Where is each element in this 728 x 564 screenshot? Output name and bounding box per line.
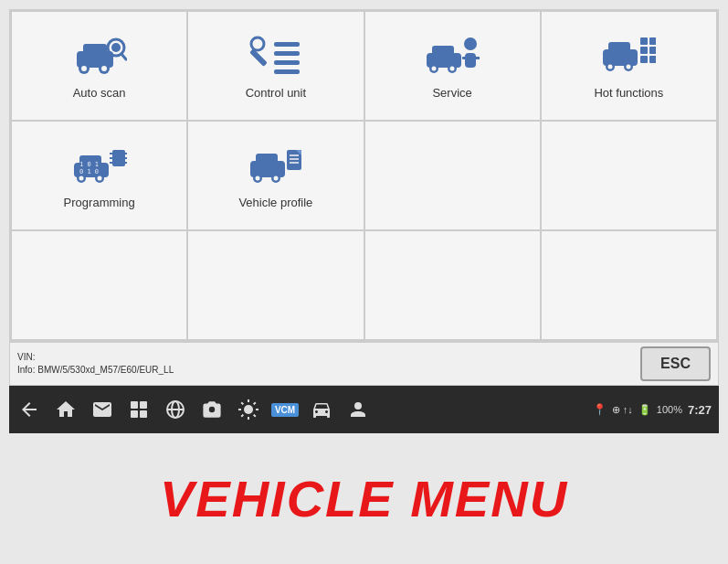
vehicle-profile-label: Vehicle profile (238, 196, 312, 209)
svg-rect-53 (256, 154, 278, 165)
cell-auto-scan[interactable]: Auto scan (11, 11, 187, 121)
vin-info: VIN: Info: BMW/5/530xd_M57/E60/EUR_LL (17, 351, 174, 377)
car-icon[interactable] (309, 397, 334, 422)
svg-point-21 (464, 37, 477, 50)
auto-scan-label: Auto scan (73, 86, 126, 100)
svg-rect-64 (140, 401, 147, 409)
menu-grid: Auto scan Control unit (11, 11, 717, 340)
hot-functions-icon (601, 33, 656, 79)
svg-rect-34 (649, 47, 656, 54)
cell-empty-2 (541, 121, 717, 230)
svg-rect-63 (131, 401, 138, 409)
programming-icon: 1 0 1 0 1 0 (72, 143, 127, 188)
svg-rect-32 (649, 37, 656, 45)
wifi-icon: ⊕ ↑↓ (612, 404, 633, 416)
svg-point-18 (432, 66, 437, 70)
cell-empty-3 (11, 230, 187, 340)
svg-point-30 (627, 64, 631, 69)
window-icon[interactable] (126, 397, 152, 422)
svg-rect-24 (475, 57, 480, 59)
battery-level: 100% (657, 404, 682, 415)
esc-button[interactable]: ESC (640, 346, 711, 381)
hot-functions-label: Hot functions (594, 86, 663, 100)
svg-rect-66 (140, 410, 147, 418)
cell-empty-4 (187, 230, 364, 340)
svg-rect-35 (640, 56, 648, 63)
svg-rect-16 (432, 46, 454, 57)
svg-point-10 (251, 37, 264, 50)
svg-rect-23 (462, 57, 468, 59)
vehicle-menu-title: VEHICLE MENU (160, 469, 568, 528)
auto-scan-icon (72, 33, 127, 79)
svg-rect-1 (83, 44, 107, 55)
vin-label: VIN: (17, 351, 174, 364)
svg-point-42 (97, 176, 101, 180)
control-unit-label: Control unit (246, 86, 306, 100)
cell-vehicle-profile[interactable]: Vehicle profile (187, 121, 364, 230)
cell-service[interactable]: Service (364, 11, 541, 121)
taskbar-right: 📍 ⊕ ↑↓ 🔋 100% 7:27 (593, 403, 712, 417)
svg-text:0 1 0: 0 1 0 (79, 168, 99, 176)
mail-icon[interactable] (90, 397, 115, 422)
profile-icon[interactable] (345, 397, 371, 422)
vcm-badge: VCM (271, 403, 299, 417)
svg-point-28 (608, 64, 613, 69)
programming-label: Programming (64, 196, 135, 209)
gps-icon: 📍 (593, 403, 607, 416)
screen: Auto scan Control unit (0, 0, 728, 564)
status-bar: VIN: Info: BMW/5/530xd_M57/E60/EUR_LL ES… (9, 342, 719, 386)
svg-point-3 (81, 66, 87, 71)
cell-empty-5 (364, 230, 541, 340)
svg-rect-36 (649, 56, 656, 63)
taskbar-left: VCM (16, 397, 371, 422)
cell-empty-1 (364, 121, 541, 230)
settings-icon[interactable] (236, 397, 261, 422)
cell-hot-functions[interactable]: Hot functions (541, 11, 717, 121)
camera-icon[interactable] (199, 397, 225, 422)
browser-icon[interactable] (163, 397, 188, 422)
svg-rect-65 (131, 410, 138, 418)
back-icon[interactable] (16, 397, 42, 422)
svg-rect-22 (465, 53, 476, 68)
svg-point-20 (450, 66, 455, 70)
main-area: Auto scan Control unit (9, 9, 719, 342)
home-icon[interactable] (53, 397, 79, 422)
svg-point-71 (354, 402, 362, 410)
cell-control-unit[interactable]: Control unit (187, 11, 364, 121)
svg-line-8 (121, 54, 126, 59)
vin-value: Info: BMW/5/530xd_M57/E60/EUR_LL (17, 364, 174, 377)
cell-programming[interactable]: 1 0 1 0 1 0 Programming (11, 121, 187, 230)
svg-rect-11 (274, 42, 300, 47)
svg-rect-31 (640, 37, 648, 45)
svg-rect-12 (274, 51, 300, 56)
svg-point-70 (244, 405, 253, 414)
svg-point-7 (111, 43, 121, 52)
time-display: 7:27 (688, 403, 712, 417)
svg-rect-14 (274, 69, 300, 74)
battery-icon: 🔋 (638, 404, 651, 416)
vcm-icon[interactable]: VCM (272, 397, 298, 422)
svg-point-55 (255, 176, 259, 180)
taskbar: VCM 📍 ⊕ ↑↓ 🔋 100% 7:27 (9, 386, 719, 433)
cell-empty-6 (541, 230, 717, 340)
svg-rect-13 (274, 60, 300, 65)
service-label: Service (432, 86, 471, 100)
control-unit-icon (248, 33, 303, 79)
svg-rect-33 (640, 47, 648, 54)
svg-rect-26 (608, 42, 630, 53)
bottom-label-area: VEHICLE MENU (0, 433, 728, 564)
service-icon (425, 33, 480, 79)
vehicle-profile-icon (248, 143, 303, 188)
svg-text:1 0 1: 1 0 1 (79, 161, 99, 168)
svg-point-57 (273, 176, 278, 180)
svg-point-5 (101, 66, 107, 71)
svg-rect-45 (112, 150, 125, 166)
svg-point-40 (79, 176, 83, 180)
